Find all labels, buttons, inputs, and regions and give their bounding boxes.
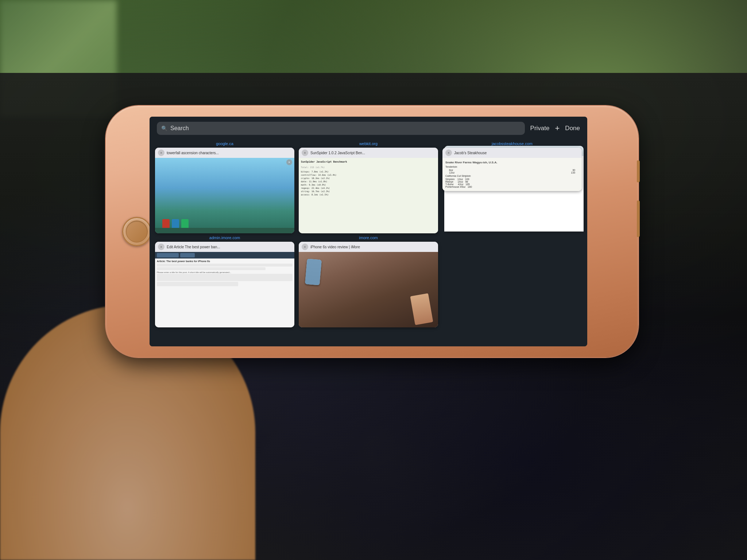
tab-imore-title: iPhone 6s video review | iMore — [310, 245, 435, 249]
tab-towerfall-header: × towerfall ascension characters... — [155, 148, 294, 158]
tab-empty-slot — [442, 242, 582, 327]
tab-towerfall-title: towerfall ascension characters... — [167, 151, 291, 155]
tab-stack-steakhouse: × jacobssteakhouse.com/pdf/ste... Snake … — [442, 148, 582, 233]
tab-imore-close[interactable]: × — [302, 244, 308, 250]
domain-label-1: google.ca — [155, 140, 294, 147]
domain-label-5: imore.com — [299, 234, 438, 241]
tab-webkit-content: SunSpider JavaScript Benchmark Total: 21… — [299, 158, 438, 233]
phone-thumb — [305, 258, 322, 285]
tab-webkit-close[interactable]: × — [302, 149, 308, 156]
tab-admin-thumbnail: Article: The best power banks for iPhone… — [155, 252, 294, 327]
search-input[interactable]: Search — [170, 125, 189, 132]
tab-webkit[interactable]: × SunSpider 1.0.2 JavaScript Ben... SunS… — [299, 148, 438, 233]
power-button[interactable] — [637, 160, 640, 182]
admin-field-1 — [157, 264, 293, 267]
cards-row-1: × towerfall ascension characters... × — [155, 148, 582, 233]
tab-steakhouse-thumbnail: Snake River Farms Wagyu-ish, U.S.A. Tend… — [442, 158, 582, 191]
admin-content-field — [157, 274, 293, 281]
volume-button[interactable] — [637, 201, 640, 237]
tab-admin-close[interactable]: × — [158, 244, 165, 250]
tab-imore-header: × iPhone 6s video review | iMore — [299, 242, 438, 252]
tab-steakhouse-header: × Jacob's Steakhouse — [442, 148, 582, 158]
home-button[interactable] — [122, 217, 151, 246]
new-tab-button[interactable]: + — [555, 124, 560, 132]
towerfall-thumb-close[interactable]: × — [286, 159, 292, 165]
private-button[interactable]: Private — [530, 125, 550, 132]
admin-topbar — [155, 252, 294, 258]
game-ground — [155, 228, 294, 233]
domain-row-2: admin.imore.com imore.com — [155, 234, 582, 241]
tab-towerfall[interactable]: × towerfall ascension characters... × — [155, 148, 294, 233]
tab-webkit-thumbnail: SunSpider JavaScript Benchmark Total: 21… — [299, 158, 438, 233]
tab-webkit-title: SunSpider 1.0.2 JavaScript Ben... — [310, 151, 435, 155]
tab-admin-title: Edit Article The best power ban... — [167, 245, 291, 249]
domain-label-2: webkit.org — [299, 140, 438, 147]
tab-admin-content: Article: The best power banks for iPhone… — [155, 252, 294, 327]
tab-steakhouse-title: Jacob's Steakhouse — [454, 151, 579, 155]
phone-screen-thumb — [305, 258, 322, 285]
tab-towerfall-content: × — [155, 158, 294, 233]
admin-nav-item-2 — [180, 253, 195, 257]
tab-imore-video[interactable]: × iPhone 6s video review | iMore — [299, 242, 438, 327]
tabs-grid: google.ca webkit.org jacobssteakhouse.co… — [150, 139, 587, 343]
domain-label-4: admin.imore.com — [155, 234, 294, 241]
tab-steakhouse-content: Snake River Farms Wagyu-ish, U.S.A. Tend… — [442, 158, 582, 191]
game-characters — [162, 219, 189, 228]
cards-row-2: × Edit Article The best power ban... Art… — [155, 242, 582, 327]
admin-field-2 — [157, 267, 266, 270]
admin-submit — [157, 282, 238, 286]
search-icon: 🔍 — [161, 125, 167, 131]
search-bar[interactable]: 🔍 Search — [157, 122, 525, 135]
toolbar: 🔍 Search Private + Done — [150, 117, 587, 139]
tab-steakhouse[interactable]: × Jacob's Steakhouse Snake River Farms W… — [442, 148, 582, 191]
phone-screen: 🔍 Search Private + Done google.ca webkit… — [150, 117, 587, 346]
char-3 — [181, 219, 189, 228]
tab-admin-header: × Edit Article The best power ban... — [155, 242, 294, 252]
admin-nav-item — [157, 253, 179, 257]
tab-admin-imore[interactable]: × Edit Article The best power ban... Art… — [155, 242, 294, 327]
tab-towerfall-thumbnail: × — [155, 158, 294, 233]
tab-steakhouse-close[interactable]: × — [445, 149, 452, 156]
char-2 — [172, 219, 179, 228]
safari-tabs-view: 🔍 Search Private + Done google.ca webkit… — [150, 117, 587, 346]
domain-label-6 — [442, 234, 582, 241]
iphone-frame: 🔍 Search Private + Done google.ca webkit… — [106, 106, 638, 357]
done-button[interactable]: Done — [565, 125, 580, 132]
tab-webkit-header: × SunSpider 1.0.2 JavaScript Ben... — [299, 148, 438, 158]
tab-imore-thumbnail — [299, 252, 438, 327]
tab-towerfall-close[interactable]: × — [158, 149, 165, 156]
tab-imore-content — [299, 252, 438, 327]
char-1 — [162, 219, 170, 228]
home-button-ring — [126, 221, 148, 242]
